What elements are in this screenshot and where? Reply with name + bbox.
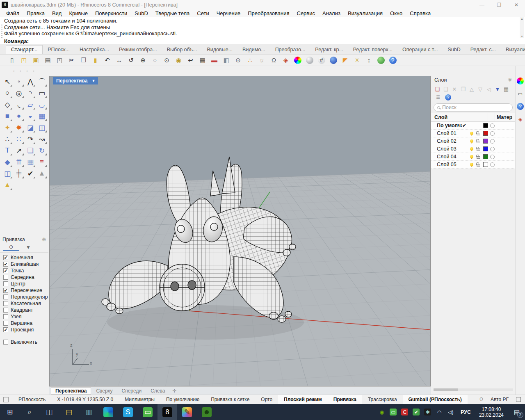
menu-item[interactable]: Сети xyxy=(193,10,212,16)
unlock-icon[interactable] xyxy=(477,141,480,143)
circle-icon[interactable]: ○ xyxy=(2,87,13,99)
cplane-grid-icon[interactable]: ◧ xyxy=(221,55,232,66)
layer-row[interactable]: По умолча ✔ xyxy=(431,122,515,130)
box-icon[interactable]: ■ xyxy=(2,110,13,122)
language-indicator[interactable]: РУС xyxy=(457,409,474,415)
layer-visibility-cell[interactable] xyxy=(468,132,475,135)
menu-item[interactable]: Черчение xyxy=(213,10,244,16)
layer-color-cell[interactable] xyxy=(482,162,489,167)
layer-color-swatch[interactable] xyxy=(483,123,488,128)
toolbar-tab[interactable]: Видимо... xyxy=(237,46,270,54)
surface-grid-icon[interactable]: ▦ xyxy=(36,110,48,122)
clock[interactable]: 17:08:40 23.02.2024 xyxy=(476,406,507,418)
sphere-icon[interactable]: ● xyxy=(13,110,25,122)
statusbar-field[interactable]: РПлоскость xyxy=(13,395,51,404)
material-circle-icon[interactable] xyxy=(490,162,495,167)
viewport-tab[interactable]: Слева xyxy=(146,388,169,394)
extend-curve-icon[interactable]: ↝ xyxy=(36,133,48,145)
rhino-taskbar-icon[interactable]: 8 xyxy=(158,404,177,420)
toolbar-tab[interactable]: Выбор объ... xyxy=(162,46,202,54)
osnap-checkbox[interactable] xyxy=(3,321,8,326)
osnap-checkbox[interactable] xyxy=(3,308,8,313)
zoom-window-icon[interactable]: ◌ xyxy=(149,55,160,66)
statusbar-field[interactable]: Плоский режим xyxy=(278,395,328,404)
statusbar-filter-icon[interactable] xyxy=(3,397,9,402)
volume-icon[interactable]: ◁) xyxy=(446,407,456,417)
command-prompt-input[interactable]: Команда: xyxy=(4,38,518,45)
select-points-icon[interactable]: ∴ xyxy=(244,55,256,66)
zoom-extents-icon[interactable]: ⊙ xyxy=(161,55,172,66)
layer-row[interactable]: Слой 03 xyxy=(431,145,515,153)
material-circle-icon[interactable] xyxy=(490,155,495,159)
toolbar-tab[interactable]: Редакт. кр... xyxy=(310,46,348,54)
toolbar-tab[interactable]: Преобразо... xyxy=(270,46,310,54)
toolbar-tab[interactable]: Стандарт... xyxy=(6,45,43,54)
new-sublayer-icon[interactable]: ❏ xyxy=(442,85,450,93)
viewport-title-tab[interactable]: Перспектива ▼ xyxy=(53,77,98,84)
material-circle-icon[interactable] xyxy=(490,139,495,144)
flamingo-icon[interactable]: ◈ xyxy=(280,55,291,66)
help-icon[interactable]: ? xyxy=(387,55,398,66)
curve-edit-icon[interactable]: ╪ xyxy=(13,168,25,179)
layer-color-swatch[interactable] xyxy=(483,131,488,136)
osnap-checkbox[interactable] xyxy=(3,281,8,286)
bulb-icon[interactable] xyxy=(470,139,473,143)
layer-material-cell[interactable] xyxy=(489,155,496,159)
toolbar-tab[interactable]: РПлоск... xyxy=(43,46,75,54)
shaded-sphere-icon[interactable] xyxy=(304,55,315,66)
distribute-icon[interactable]: ≡ xyxy=(36,156,48,168)
ellipse-icon[interactable]: ◎ xyxy=(13,87,25,99)
array-copy-icon[interactable]: ❏ xyxy=(25,145,36,156)
dimension-icon[interactable]: ↨ xyxy=(363,55,374,66)
bulb-icon[interactable] xyxy=(470,147,473,151)
curved-surface-icon[interactable]: ◡ xyxy=(36,99,48,110)
menu-item[interactable]: Файл xyxy=(2,10,23,16)
lock-icon[interactable]: Ω xyxy=(268,55,279,66)
solid-tools-icon[interactable]: ◆ xyxy=(2,156,13,168)
layers-help-icon[interactable]: ? xyxy=(445,94,451,100)
explode-icon[interactable]: ✸ xyxy=(13,122,25,133)
zoom-in-icon[interactable]: ⊕ xyxy=(137,55,148,66)
menu-item[interactable]: Правка xyxy=(23,10,48,16)
start-button[interactable]: ⊞ xyxy=(0,404,20,420)
wireframe-sphere-icon[interactable]: # xyxy=(316,55,327,66)
layer-material-cell[interactable] xyxy=(489,162,496,167)
menu-item[interactable]: Визуализация xyxy=(344,10,386,16)
search-button[interactable]: ⌕ xyxy=(20,404,39,420)
new-file-icon[interactable]: ▯ xyxy=(7,55,18,66)
osnap-checkbox[interactable]: ✔ xyxy=(3,255,8,260)
layer-material-cell[interactable] xyxy=(489,147,496,151)
control-point-curve-icon[interactable]: ⋀ xyxy=(25,76,36,87)
material-circle-icon[interactable] xyxy=(490,123,495,128)
viewport-tab[interactable]: Спереди xyxy=(118,388,146,394)
screen-app-icon[interactable]: ▭ xyxy=(138,404,158,420)
gear-icon[interactable]: ❋ xyxy=(42,237,46,242)
menu-item[interactable]: Кривые xyxy=(65,10,91,16)
statusbar-field[interactable]: Привязка к сетке xyxy=(205,395,255,404)
layer-color-cell[interactable] xyxy=(482,154,489,159)
unlock-icon[interactable] xyxy=(477,148,480,151)
point-icon[interactable]: ◦ xyxy=(13,76,25,87)
zoom-selected-icon[interactable]: ◉ xyxy=(173,55,184,66)
settings-gears-icon[interactable]: ✳ xyxy=(352,55,363,66)
osnap-checkbox[interactable] xyxy=(3,301,8,306)
menu-item[interactable]: Сервис xyxy=(293,10,319,16)
osnap-checkbox[interactable] xyxy=(3,314,8,319)
rotate-icon[interactable]: ↻ xyxy=(36,145,48,156)
osnap-checkbox[interactable]: ✔ xyxy=(3,288,8,293)
display-monitor-icon[interactable]: ▭ xyxy=(517,90,524,97)
undo-view-icon[interactable]: ↩ xyxy=(185,55,196,66)
layer-row[interactable]: Слой 05 xyxy=(431,161,515,169)
pan-hand-icon[interactable]: ↔ xyxy=(114,55,125,66)
undo-icon[interactable]: ↶ xyxy=(102,55,113,66)
osnap-disable-checkbox[interactable] xyxy=(3,340,8,345)
move-up-icon[interactable]: △ xyxy=(468,85,475,93)
copy-icon[interactable]: ❐ xyxy=(78,55,89,66)
layers-search-input[interactable]: Поиск xyxy=(434,103,513,112)
move-left-icon[interactable]: ◁ xyxy=(485,85,493,93)
layer-material-cell[interactable] xyxy=(489,123,496,128)
move-down-icon[interactable]: ▽ xyxy=(477,85,484,93)
osnap-checkbox[interactable]: ✔ xyxy=(3,327,8,332)
toolbar-tab[interactable]: Настройка... xyxy=(75,46,114,54)
spider-tray-icon[interactable]: ✱ xyxy=(423,407,433,417)
